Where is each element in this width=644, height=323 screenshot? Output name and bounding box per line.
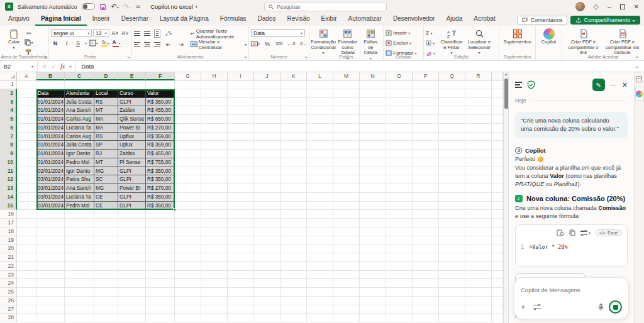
cell-G5[interactable] [175, 115, 201, 124]
cell-C2[interactable]: Atendente [65, 89, 94, 98]
cell-O18[interactable] [386, 227, 413, 236]
cell-Q14[interactable] [439, 193, 465, 202]
cell-M14[interactable] [333, 193, 360, 202]
cell-F13[interactable]: R$ 270,00 [146, 184, 175, 193]
restore-button[interactable] [620, 4, 625, 9]
cell-L20[interactable] [307, 244, 333, 253]
cell-O23[interactable] [386, 271, 413, 280]
cell-M18[interactable] [333, 227, 360, 236]
cell-A1[interactable] [17, 80, 36, 89]
row-header-21[interactable]: 21 [0, 253, 17, 262]
cell-A6[interactable] [17, 124, 36, 133]
row-header-1[interactable]: 1 [0, 80, 17, 89]
align-left-icon[interactable] [134, 42, 140, 47]
cell-Q13[interactable] [439, 184, 465, 193]
cell-R15[interactable] [465, 202, 492, 211]
cell-M10[interactable] [333, 158, 360, 167]
copilot-ribbon-button[interactable]: Copilot [538, 28, 560, 46]
underline-button[interactable]: S [74, 39, 82, 47]
row-header-11[interactable]: 11 [0, 167, 17, 176]
cell-R23[interactable] [465, 271, 492, 280]
cell-P4[interactable] [413, 106, 439, 115]
cell-K2[interactable] [280, 89, 307, 98]
row-header-26[interactable]: 26 [0, 297, 17, 305]
row-header-14[interactable]: 14 [0, 193, 17, 202]
cell-A28[interactable] [17, 314, 36, 322]
cell-B25[interactable] [36, 288, 65, 297]
cell-G6[interactable] [175, 124, 201, 133]
user-avatar[interactable] [575, 2, 585, 11]
cell-R13[interactable] [465, 184, 492, 193]
addins-button[interactable]: Suplementos [501, 28, 533, 46]
row-header-15[interactable]: 15 [0, 202, 17, 211]
cell-D28[interactable] [94, 314, 118, 322]
cell-H18[interactable] [201, 227, 228, 236]
cell-B24[interactable] [36, 279, 65, 288]
cell-E26[interactable] [118, 297, 146, 305]
column-header-D[interactable]: D [94, 72, 118, 80]
cell-R20[interactable] [465, 244, 492, 253]
cell-R7[interactable] [465, 133, 492, 141]
cell-R25[interactable] [465, 288, 492, 297]
cell-P14[interactable] [413, 193, 439, 202]
cell-partial-3[interactable] [492, 98, 503, 107]
cell-D22[interactable] [94, 262, 118, 271]
cell-L10[interactable] [307, 158, 333, 167]
cell-P21[interactable] [413, 253, 439, 262]
cell-K8[interactable] [280, 141, 307, 150]
cell-I20[interactable] [228, 244, 254, 253]
cell-L3[interactable] [307, 98, 333, 107]
cell-I10[interactable] [228, 158, 254, 167]
cell-F28[interactable] [146, 314, 175, 322]
cell-P24[interactable] [413, 279, 439, 288]
cell-C27[interactable] [65, 305, 94, 314]
cell-R3[interactable] [465, 98, 492, 107]
cell-G24[interactable] [175, 279, 201, 288]
cell-N12[interactable] [360, 175, 386, 184]
cell-E6[interactable]: Power BI [118, 124, 146, 133]
cell-N1[interactable] [360, 80, 386, 89]
cell-N15[interactable] [360, 202, 386, 211]
cell-B1[interactable] [36, 80, 65, 89]
font-dialog-launcher[interactable]: ↘ [126, 55, 130, 60]
cell-I25[interactable] [228, 288, 254, 297]
cell-M24[interactable] [333, 279, 360, 288]
cell-O2[interactable] [386, 89, 413, 98]
redo-icon[interactable]: ↷▾ [123, 3, 131, 10]
column-header-Q[interactable]: Q [439, 72, 465, 80]
cell-F24[interactable] [146, 279, 175, 288]
undo-icon[interactable]: ↶▾ [111, 3, 119, 10]
cell-Q22[interactable] [439, 262, 465, 271]
cell-I11[interactable] [228, 167, 254, 176]
cell-O28[interactable] [386, 314, 413, 322]
cell-O22[interactable] [386, 262, 413, 271]
cell-A7[interactable] [17, 133, 36, 141]
cell-C17[interactable] [65, 219, 94, 227]
cell-J6[interactable] [254, 124, 280, 133]
cell-N21[interactable] [360, 253, 386, 262]
cell-E5[interactable]: Qlik Sense [118, 115, 146, 124]
cell-C1[interactable] [65, 80, 94, 89]
cell-F3[interactable]: R$ 350,00 [146, 98, 175, 107]
cell-partial-27[interactable] [492, 305, 503, 314]
cell-A23[interactable] [17, 271, 36, 280]
cell-C7[interactable]: Carlos Aug [65, 133, 94, 141]
cell-Q11[interactable] [439, 167, 465, 176]
column-header-L[interactable]: L [307, 72, 333, 80]
cell-Q18[interactable] [439, 227, 465, 236]
cell-A22[interactable] [17, 262, 36, 271]
cell-M11[interactable] [333, 167, 360, 176]
cell-B8[interactable]: 01/01/2024 [36, 141, 65, 150]
column-header-C[interactable]: C [65, 72, 94, 80]
cell-O27[interactable] [386, 305, 413, 314]
cell-P27[interactable] [413, 305, 439, 314]
spreadsheet-grid[interactable]: ABCDEFGHIJKLMNOPQR12DataAtendenteLocalCu… [0, 72, 503, 323]
preview-icon[interactable] [557, 229, 564, 236]
cell-M15[interactable] [333, 202, 360, 211]
cell-F10[interactable]: R$ 755,00 [146, 158, 175, 167]
cell-partial-8[interactable] [492, 141, 503, 150]
cell-J17[interactable] [254, 219, 280, 227]
minimize-button[interactable]: – [608, 3, 611, 10]
cell-L8[interactable] [307, 141, 333, 150]
cell-N18[interactable] [360, 227, 386, 236]
